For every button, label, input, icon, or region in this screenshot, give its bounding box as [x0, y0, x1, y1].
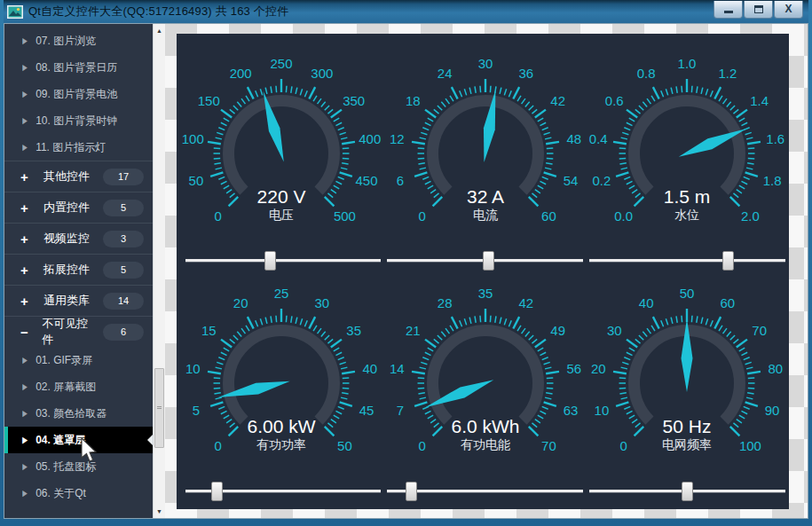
sidebar-item-colorpicker[interactable]: ▶03. 颜色拾取器: [4, 400, 153, 427]
sidebar-scrollbar[interactable]: ▲ ▼: [153, 24, 165, 518]
svg-text:0.4: 0.4: [589, 131, 608, 146]
chevron-right-icon: ▶: [22, 382, 28, 391]
svg-text:10: 10: [185, 361, 201, 376]
gauge-value: 1.5 m: [585, 186, 789, 208]
gauge-value: 50 Hz: [585, 416, 789, 437]
sidebar-item-aboutqt[interactable]: ▶06. 关于Qt: [4, 480, 153, 506]
sidebar-item-09[interactable]: ▶09. 图片背景电池: [4, 81, 153, 107]
slider-handle[interactable]: [211, 482, 223, 501]
sidebar-item-label: 01. GIF录屏: [35, 353, 92, 368]
sidebar-item-trayicon[interactable]: ▶05. 托盘图标: [4, 453, 153, 480]
svg-text:1.4: 1.4: [750, 93, 769, 108]
gauge-slider-voltage[interactable]: [185, 251, 381, 271]
svg-text:80: 80: [768, 361, 783, 376]
sidebar-item-masklayer[interactable]: ▶ 04. 遮罩层: [4, 427, 153, 453]
count-badge: 3: [103, 231, 144, 247]
chevron-right-icon: ▶: [22, 116, 28, 125]
sidebar-item-11[interactable]: ▶11. 图片指示灯: [4, 134, 153, 161]
sidebar-item-08[interactable]: ▶08. 图片背景日历: [4, 54, 153, 81]
gauge-slider-waterlevel[interactable]: [589, 251, 785, 271]
gauge-label: 电网频率: [585, 437, 789, 453]
svg-text:42: 42: [519, 295, 534, 310]
slider-handle[interactable]: [722, 251, 734, 271]
gauge-slider-current[interactable]: [387, 251, 583, 271]
sidebar-group-video[interactable]: +视频监控3: [4, 223, 153, 254]
plus-icon: +: [20, 263, 31, 278]
slider-handle[interactable]: [264, 251, 276, 271]
svg-text:20: 20: [233, 295, 248, 310]
svg-text:300: 300: [311, 66, 333, 81]
sidebar-item-gif[interactable]: ▶01. GIF录屏: [4, 347, 153, 373]
svg-text:49: 49: [550, 323, 565, 338]
sidebar-group-invisible[interactable]: −不可见控件6: [4, 316, 153, 347]
sidebar-item-label: 10. 图片背景时钟: [35, 114, 117, 129]
content-area: 050100150200250300350400450500 220 V 电压 …: [165, 24, 808, 518]
sidebar-group-builtin[interactable]: +内置控件5: [4, 192, 153, 223]
gauge-voltage: 050100150200250300350400450500 220 V 电压: [179, 43, 383, 247]
close-button[interactable]: X: [774, 1, 803, 19]
chevron-right-icon: ▶: [22, 36, 28, 45]
chevron-right-icon: ▶: [22, 63, 28, 72]
sidebar: ▶07. 图片浏览 ▶08. 图片背景日历 ▶09. 图片背景电池 ▶10. 图…: [4, 24, 153, 518]
chevron-right-icon: ▶: [22, 143, 28, 152]
sidebar-group-other[interactable]: +其他控件17: [4, 161, 153, 192]
gauge-slider-energy[interactable]: [387, 482, 583, 501]
sidebar-group-extend[interactable]: +拓展控件5: [4, 254, 153, 285]
svg-text:42: 42: [550, 93, 565, 108]
svg-text:40: 40: [362, 361, 377, 376]
svg-text:350: 350: [343, 93, 365, 108]
minimize-icon: [724, 11, 733, 13]
group-label: 不可见控件: [42, 316, 91, 348]
slider-handle[interactable]: [406, 482, 417, 501]
gauge-value: 32 A: [383, 186, 587, 208]
group-label: 内置控件: [43, 200, 90, 216]
sidebar-item-label: 03. 颜色拾取器: [35, 406, 106, 421]
svg-text:0.6: 0.6: [605, 93, 624, 108]
minimize-button[interactable]: [713, 1, 743, 19]
maximize-button[interactable]: [744, 1, 773, 19]
scrollbar-thumb[interactable]: [154, 368, 164, 448]
gauge-value: 6.00 kW: [179, 416, 383, 437]
maximize-icon: [754, 5, 763, 13]
count-badge: 14: [103, 293, 144, 310]
close-icon: X: [784, 4, 792, 14]
chevron-right-icon: ▶: [22, 436, 28, 444]
gauge-slider-frequency[interactable]: [589, 482, 785, 501]
gauge-slider-power[interactable]: [185, 482, 381, 501]
sidebar-item-label: 06. 关于Qt: [35, 486, 86, 501]
sidebar-item-07[interactable]: ▶07. 图片浏览: [4, 27, 153, 54]
svg-text:30: 30: [315, 295, 330, 310]
scroll-down-icon[interactable]: ▼: [154, 505, 165, 518]
svg-text:250: 250: [270, 56, 292, 71]
slider-handle[interactable]: [483, 251, 494, 271]
slider-handle[interactable]: [682, 482, 693, 501]
thumb-grip: [157, 406, 162, 409]
svg-text:0.8: 0.8: [637, 66, 656, 81]
group-label: 拓展控件: [43, 262, 90, 278]
svg-text:1.6: 1.6: [766, 131, 784, 146]
svg-text:100: 100: [182, 131, 204, 146]
group-label: 其他控件: [43, 169, 90, 184]
sidebar-group-common[interactable]: +通用类库14: [4, 285, 153, 316]
chevron-right-icon: ▶: [22, 356, 28, 365]
chevron-right-icon: ▶: [22, 409, 28, 418]
scroll-up-icon[interactable]: ▲: [154, 24, 165, 37]
sidebar-item-label: 07. 图片浏览: [35, 34, 96, 49]
window-title: Qt自定义控件大全(QQ:517216493) 共 163 个控件: [28, 4, 288, 20]
count-badge: 5: [103, 262, 144, 279]
titlebar: Qt自定义控件大全(QQ:517216493) 共 163 个控件 X: [4, 0, 808, 23]
client-area: ▶07. 图片浏览 ▶08. 图片背景日历 ▶09. 图片背景电池 ▶10. 图…: [4, 23, 808, 519]
sidebar-item-screenshot[interactable]: ▶02. 屏幕截图: [4, 373, 153, 400]
chevron-right-icon: ▶: [22, 489, 28, 498]
sidebar-item-10[interactable]: ▶10. 图片背景时钟: [4, 107, 153, 134]
gauge-panel: 050100150200250300350400450500 220 V 电压 …: [177, 34, 789, 509]
svg-text:35: 35: [346, 323, 361, 338]
svg-text:20: 20: [591, 361, 606, 376]
sidebar-item-label: 11. 图片指示灯: [35, 140, 106, 155]
plus-icon: +: [20, 169, 31, 184]
svg-text:15: 15: [201, 323, 217, 338]
svg-text:48: 48: [566, 131, 581, 146]
svg-text:36: 36: [519, 66, 534, 81]
svg-text:18: 18: [406, 93, 421, 108]
svg-text:40: 40: [639, 295, 654, 310]
